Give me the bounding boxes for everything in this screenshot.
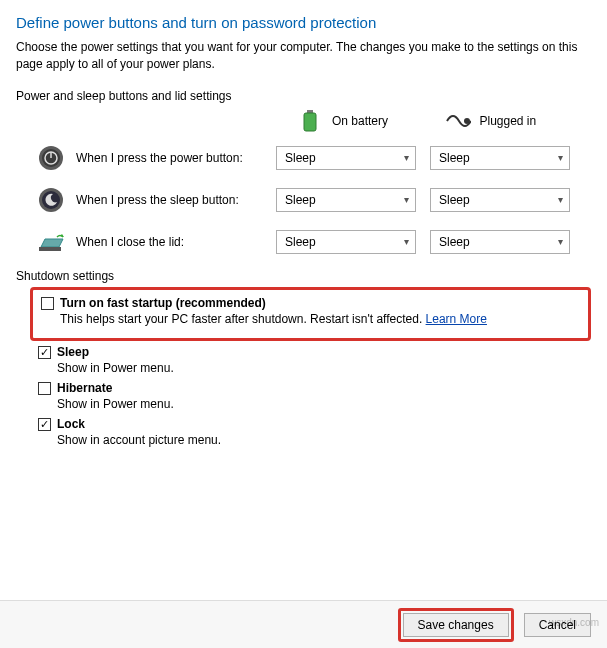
section-label-power-sleep: Power and sleep buttons and lid settings <box>16 89 591 103</box>
row-sleep-button: When I press the sleep button: Sleep ▾ S… <box>36 185 591 215</box>
svg-point-2 <box>464 118 470 124</box>
svg-rect-1 <box>304 113 316 131</box>
footer-bar: Save changes Cancel <box>0 600 607 648</box>
chevron-down-icon: ▾ <box>558 236 563 247</box>
chevron-down-icon: ▾ <box>404 194 409 205</box>
row-power-button: When I press the power button: Sleep ▾ S… <box>36 143 591 173</box>
hibernate-checkbox[interactable] <box>38 382 51 395</box>
close-lid-plugged-dropdown[interactable]: Sleep ▾ <box>430 230 570 254</box>
close-lid-label: When I close the lid: <box>76 235 276 249</box>
sleep-button-battery-dropdown[interactable]: Sleep ▾ <box>276 188 416 212</box>
sleep-button-icon <box>36 185 66 215</box>
column-headers: On battery Plugged in <box>296 109 591 133</box>
power-button-plugged-value: Sleep <box>439 151 470 165</box>
chevron-down-icon: ▾ <box>404 236 409 247</box>
row-close-lid: When I close the lid: Sleep ▾ Sleep ▾ <box>36 227 591 257</box>
svg-rect-9 <box>39 247 61 251</box>
close-lid-plugged-value: Sleep <box>439 235 470 249</box>
power-button-battery-value: Sleep <box>285 151 316 165</box>
plug-icon <box>444 109 472 133</box>
sleep-checkbox[interactable]: ✓ <box>38 346 51 359</box>
chevron-down-icon: ▾ <box>558 152 563 163</box>
close-lid-battery-dropdown[interactable]: Sleep ▾ <box>276 230 416 254</box>
sleep-button-battery-value: Sleep <box>285 193 316 207</box>
save-changes-button[interactable]: Save changes <box>403 613 509 637</box>
lock-label: Lock <box>57 417 85 431</box>
fast-startup-checkbox[interactable] <box>41 297 54 310</box>
section-label-shutdown: Shutdown settings <box>16 269 591 283</box>
sleep-label: Sleep <box>57 345 89 359</box>
sleep-desc: Show in Power menu. <box>57 361 591 375</box>
hibernate-label: Hibernate <box>57 381 112 395</box>
hibernate-desc: Show in Power menu. <box>57 397 591 411</box>
chevron-down-icon: ▾ <box>558 194 563 205</box>
chevron-down-icon: ▾ <box>404 152 409 163</box>
power-button-icon <box>36 143 66 173</box>
power-button-battery-dropdown[interactable]: Sleep ▾ <box>276 146 416 170</box>
page-description: Choose the power settings that you want … <box>16 39 591 73</box>
on-battery-label: On battery <box>332 114 388 128</box>
learn-more-link[interactable]: Learn More <box>426 312 487 326</box>
highlight-save: Save changes <box>398 608 514 642</box>
sleep-button-label: When I press the sleep button: <box>76 193 276 207</box>
power-button-label: When I press the power button: <box>76 151 276 165</box>
cancel-button[interactable]: Cancel <box>524 613 591 637</box>
plugged-in-label: Plugged in <box>480 114 537 128</box>
lock-checkbox[interactable]: ✓ <box>38 418 51 431</box>
battery-icon <box>296 109 324 133</box>
page-title: Define power buttons and turn on passwor… <box>16 14 591 31</box>
close-lid-battery-value: Sleep <box>285 235 316 249</box>
sleep-button-plugged-dropdown[interactable]: Sleep ▾ <box>430 188 570 212</box>
power-button-plugged-dropdown[interactable]: Sleep ▾ <box>430 146 570 170</box>
highlight-fast-startup: Turn on fast startup (recommended) This … <box>30 287 591 341</box>
laptop-lid-icon <box>36 227 66 257</box>
fast-startup-desc: This helps start your PC faster after sh… <box>60 312 422 326</box>
sleep-button-plugged-value: Sleep <box>439 193 470 207</box>
fast-startup-label: Turn on fast startup (recommended) <box>60 296 266 310</box>
lock-desc: Show in account picture menu. <box>57 433 591 447</box>
